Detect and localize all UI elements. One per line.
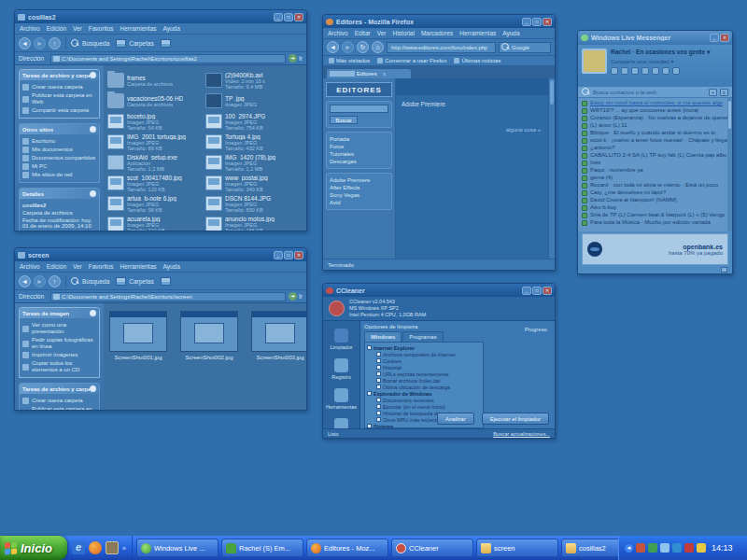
search-field[interactable]: Google	[499, 42, 551, 53]
task-link[interactable]: Crear nueva carpeta	[22, 398, 96, 404]
tree-row[interactable]: Ejecutar (en el menú Inicio)	[367, 403, 481, 410]
go-button[interactable]: ➜ Ir	[289, 54, 303, 63]
titlebar[interactable]: Windows Live Messenger _ ✕	[578, 31, 732, 45]
chevron-up-icon[interactable]: ˄	[90, 310, 96, 316]
folders-label[interactable]: Carpetas	[129, 278, 153, 285]
file-tile[interactable]: artua_b-note 6.jpg Imagen JPEG Tamaño: 9…	[107, 193, 205, 214]
contact-row[interactable]: ¿antonio?	[582, 145, 729, 152]
task-button[interactable]: Windows Live ...	[136, 539, 218, 557]
sidebar-link[interactable]: Avid	[330, 199, 388, 206]
email-icon[interactable]	[611, 67, 618, 75]
menu-item[interactable]: Herramientas	[459, 30, 496, 36]
photo-icon[interactable]	[621, 67, 628, 75]
tree-row[interactable]: Explorador de Windows	[367, 390, 481, 397]
back-button[interactable]: ◄	[327, 41, 339, 53]
image-thumbnail[interactable]: ScreenShot002.jpg	[180, 311, 238, 360]
maximize-button[interactable]: □	[284, 251, 293, 259]
up-button[interactable]: ↑	[49, 275, 61, 287]
tray-icon[interactable]	[648, 543, 657, 553]
image-thumbnail[interactable]: ScreenShot003.jpg	[251, 311, 306, 360]
contact-row[interactable]: Bibique · El sueño y cuándo andar si due…	[582, 130, 729, 137]
firefox-icon[interactable]	[89, 541, 102, 554]
internet-explorer-icon[interactable]: e	[72, 541, 85, 554]
chevron-up-icon[interactable]: ˄	[90, 126, 96, 133]
panel-header[interactable]: Otros sitios ˄	[20, 124, 99, 134]
tree-row[interactable]: Archivos temporales de Internet	[367, 351, 481, 357]
check-updates-link[interactable]: Buscar actualizaciones...	[493, 431, 550, 437]
tree-row[interactable]: Internet Explorer	[367, 344, 481, 351]
checkbox[interactable]	[367, 424, 372, 428]
close-button[interactable]: ✕	[543, 287, 552, 295]
search-label[interactable]: Búsqueda	[82, 40, 109, 47]
tray-icon[interactable]	[672, 543, 682, 553]
maximize-button[interactable]: □	[284, 13, 293, 21]
tray-chevron-icon[interactable]: ◄	[625, 544, 633, 553]
quick-launch-chevron[interactable]: »	[122, 545, 126, 552]
minimize-button[interactable]: _	[522, 287, 531, 295]
chevron-up-icon[interactable]: ˄	[90, 385, 96, 392]
place-link[interactable]: Documentos compartidos	[22, 155, 96, 161]
address-field[interactable]: C:\Documents and Settings\Rachel\Escrito…	[50, 292, 286, 301]
task-link[interactable]: Imprimir imágenes	[22, 352, 96, 358]
tree-row[interactable]: Última ubicación de descarga	[367, 384, 481, 390]
contact-row[interactable]: Para toda la Música · Mucho por edición …	[582, 219, 729, 227]
tray-icon[interactable]	[660, 543, 669, 553]
task-link[interactable]: Publicar esta carpeta en Web	[22, 406, 96, 410]
sidebar-link[interactable]: Descargas	[330, 158, 388, 165]
menu-item[interactable]: Edición	[47, 25, 66, 32]
file-tile[interactable]: acuarela.jpg Imagen JPEG Tamaño: 210 KB	[107, 214, 205, 231]
back-button[interactable]: ◄	[19, 37, 31, 49]
task-button[interactable]: Rachel (S) Em...	[221, 539, 303, 557]
checkbox[interactable]	[376, 365, 381, 370]
contact-row[interactable]: (L) amor (L) 11	[582, 122, 729, 130]
contact-row[interactable]: Rocard · con toda mi alma te miento · Es…	[582, 182, 729, 189]
menu-item[interactable]: Favoritos	[89, 25, 114, 32]
contact-search-bar[interactable]: Busca contactos o la web + ≡	[578, 86, 732, 98]
address-field[interactable]: C:\Documents and Settings\Rachel\Escrito…	[50, 54, 286, 63]
menu-item[interactable]: Favoritos	[89, 263, 114, 270]
checkbox[interactable]	[376, 404, 381, 409]
close-button[interactable]: ✕	[294, 251, 303, 259]
back-button[interactable]: ◄	[19, 275, 31, 287]
contact-row[interactable]: Estoy sin móvil hasta el miércoles, si m…	[582, 100, 729, 107]
task-link[interactable]: Publicar esta carpeta en Web	[22, 92, 96, 105]
bookmark-item[interactable]: Más visitados	[329, 58, 370, 63]
bookmark-item[interactable]: Últimas noticias	[454, 58, 500, 63]
file-tile[interactable]: DSCN 8144.JPG Imagen JPEG Tamaño: 890 KB	[205, 193, 303, 214]
titlebar[interactable]: Editores - Mozilla Firefox _ □ ✕	[323, 15, 555, 28]
menu-item[interactable]: Herramientas	[120, 263, 157, 270]
tree-row[interactable]: Documentos recientes	[367, 397, 481, 403]
pencil-icon[interactable]	[662, 67, 669, 75]
start-button[interactable]: Inicio	[0, 536, 67, 560]
run-cleaner-button[interactable]: Ejecutar el limpiador	[482, 413, 549, 425]
task-button[interactable]: Editores - Moz...	[306, 539, 388, 557]
task-button[interactable]: cosillas2	[561, 539, 618, 557]
ad-next-icon[interactable]	[721, 267, 727, 273]
checkbox[interactable]	[376, 411, 381, 415]
place-link[interactable]: Mis sitios de red	[22, 172, 96, 178]
tab-windows[interactable]: Windows	[364, 331, 402, 342]
sort-contacts-icon[interactable]: ≡	[720, 89, 728, 96]
sidebar-search-input[interactable]	[330, 105, 388, 113]
games-icon[interactable]	[652, 67, 659, 75]
reload-button[interactable]: ↻	[357, 41, 369, 53]
tree-row[interactable]: URLs escritas recientemente	[367, 371, 481, 377]
checkbox[interactable]	[376, 371, 381, 376]
contact-row[interactable]: Alex b-boy	[582, 204, 729, 212]
folders-label[interactable]: Carpetas	[129, 40, 153, 47]
file-tile[interactable]: IMG_1420 (78).jpg Imagen JPEG Tamaño: 1,…	[205, 152, 303, 173]
user-name-status[interactable]: Rachel · En ocasiones veo gente ▾	[611, 49, 728, 56]
tab-close-icon[interactable]: x	[383, 71, 408, 77]
panel-header[interactable]: Tareas de archivo y carpeta ˄	[20, 384, 99, 394]
checkbox[interactable]	[376, 417, 381, 422]
menu-item[interactable]: Ayuda	[502, 30, 519, 36]
file-tile[interactable]: DiskAid_setup.exe Aplicación Tamaño: 1,2…	[107, 152, 205, 173]
task-link[interactable]: Copiar todos los elementos a un CD	[22, 360, 96, 373]
tray-icon[interactable]	[684, 543, 694, 553]
maximize-button[interactable]: □	[532, 287, 542, 295]
menu-item[interactable]: Ver	[73, 25, 82, 32]
tab-editores[interactable]: Editores x	[326, 68, 412, 78]
rail-item[interactable]: Limpiador	[330, 329, 352, 350]
vertical-scrollbar[interactable]	[548, 78, 555, 259]
titlebar[interactable]: screen _ □ ✕	[15, 248, 306, 261]
